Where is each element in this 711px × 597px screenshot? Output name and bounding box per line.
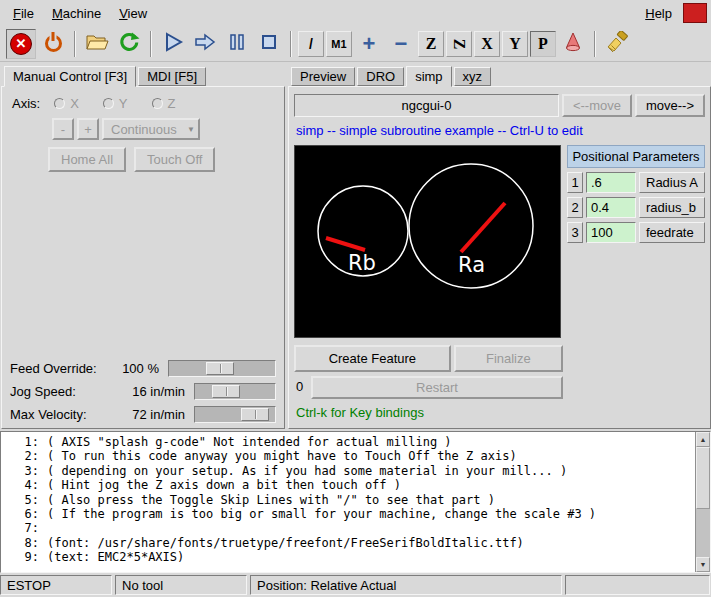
open-file-button[interactable]	[82, 29, 112, 59]
run-program-button[interactable]	[158, 29, 188, 59]
view-perspective-button[interactable]: P	[530, 31, 556, 57]
pause-button[interactable]	[222, 29, 252, 59]
clear-plot-button[interactable]	[602, 29, 632, 59]
menu-machine[interactable]: Machine	[43, 3, 110, 24]
reload-file-button[interactable]	[114, 29, 144, 59]
jog-minus-button[interactable]: -	[52, 118, 74, 140]
subroutine-description: simp -- simple subroutine example -- Ctr…	[296, 123, 703, 138]
view-top-button[interactable]: Z	[418, 31, 444, 57]
scrollbar-thumb[interactable]	[696, 447, 710, 509]
feed-override-label: Feed Override:	[10, 361, 97, 376]
tab-xyz[interactable]: xyz	[454, 67, 492, 86]
step-line-button[interactable]	[190, 29, 220, 59]
main-area: Manual Control [F3] MDI [F5] Axis: X Y	[0, 62, 711, 431]
pause-icon	[226, 31, 248, 56]
radio-circle-icon	[152, 98, 163, 109]
rotate-cone-icon	[562, 31, 584, 56]
jog-row: - + Continuous ▼	[4, 116, 282, 142]
view-rotated-top-button[interactable]: Z	[446, 31, 472, 57]
scrollbar-track[interactable]	[696, 447, 710, 557]
tab-dro[interactable]: DRO	[357, 67, 404, 86]
scrollbar-up-arrow[interactable]: ▲	[696, 432, 710, 447]
tool-status: No tool	[115, 575, 247, 595]
machine-power-button[interactable]	[38, 29, 68, 59]
axis-x-label: X	[70, 96, 79, 111]
param-1-name: Radius A	[639, 172, 705, 193]
open-folder-icon	[85, 32, 109, 55]
menu-help[interactable]: Help	[636, 3, 681, 24]
estop-button[interactable]: ✕	[6, 29, 36, 59]
jog-speed-slider[interactable]	[194, 383, 276, 400]
preview-notebook: Preview DRO simp xyz ngcgui-0 <--move mo…	[288, 63, 711, 429]
toolbar-separator	[594, 31, 596, 57]
toggle-skip-lines-button[interactable]: /	[298, 31, 324, 57]
param-2-index: 2	[567, 197, 583, 218]
tab-preview[interactable]: Preview	[291, 67, 355, 86]
ngcgui-header-row: ngcgui-0 <--move move-->	[294, 94, 705, 117]
axis-x-radio[interactable]: X	[54, 96, 79, 111]
axis-y-radio[interactable]: Y	[103, 96, 128, 111]
finalize-button[interactable]: Finalize	[454, 345, 563, 372]
gcode-line: 4:( Hint jog the Z axis down a bit then …	[1, 478, 695, 492]
tab-mdi[interactable]: MDI [F5]	[138, 67, 206, 86]
touch-off-button[interactable]: Touch Off	[134, 147, 215, 172]
jog-mode-dropdown[interactable]: Continuous ▼	[102, 118, 200, 140]
tab-manual-control[interactable]: Manual Control [F3]	[4, 66, 136, 87]
param-3-name: feedrate	[639, 222, 705, 243]
view-front-button[interactable]: Y	[502, 31, 528, 57]
feature-count: 0	[294, 376, 308, 399]
reload-icon	[118, 31, 140, 56]
feed-override-handle[interactable]	[206, 362, 234, 375]
manual-control-panel: Axis: X Y Z - +	[1, 86, 285, 429]
param-2-name: radius_b	[639, 197, 705, 218]
power-icon	[45, 35, 62, 52]
max-velocity-value: 72 in/min	[132, 407, 194, 422]
chevron-down-icon: ▼	[187, 125, 195, 134]
rotate-view-button[interactable]	[558, 29, 588, 59]
status-filler	[565, 575, 710, 595]
move-left-button[interactable]: <--move	[562, 94, 632, 117]
zoom-out-button[interactable]: −	[386, 29, 416, 59]
jog-speed-row: Jog Speed: 16 in/min	[4, 380, 282, 403]
window-close-button[interactable]	[683, 3, 707, 23]
gcode-listing[interactable]: 1:( AXIS "splash g-code" Not intended fo…	[1, 432, 695, 572]
axis-z-radio[interactable]: Z	[152, 96, 176, 111]
param-1-entry[interactable]	[586, 172, 636, 193]
menu-file[interactable]: File	[4, 3, 43, 24]
jog-speed-label: Jog Speed:	[10, 384, 76, 399]
ngcgui-action-row: Create Feature Finalize	[294, 345, 563, 372]
jog-speed-value: 16 in/min	[132, 384, 194, 399]
ngcgui-name-entry[interactable]: ngcgui-0	[294, 94, 559, 117]
toggle-optional-pause-button[interactable]: M1	[326, 31, 352, 57]
gcode-line: 1:( AXIS "splash g-code" Not intended fo…	[1, 435, 695, 449]
max-velocity-slider[interactable]	[194, 406, 276, 423]
view-side-button[interactable]: X	[474, 31, 500, 57]
radius-a-canvas-label: Ra	[458, 253, 485, 277]
max-velocity-handle[interactable]	[241, 408, 269, 421]
menu-view[interactable]: View	[110, 3, 156, 24]
gcode-line: 2:( To run this code anyway you might ha…	[1, 449, 695, 463]
param-2-entry[interactable]	[586, 197, 636, 218]
step-arrow-icon	[193, 31, 217, 56]
create-feature-button[interactable]: Create Feature	[294, 345, 451, 372]
move-right-button[interactable]: move-->	[635, 94, 705, 117]
scrollbar-down-arrow[interactable]: ▼	[696, 557, 710, 572]
tab-simp[interactable]: simp	[406, 66, 451, 87]
subroutine-preview-canvas[interactable]: Rb Ra	[294, 145, 561, 338]
gcode-line: 8:(font: /usr/share/fonts/truetype/freef…	[1, 536, 695, 550]
stop-button[interactable]	[254, 29, 284, 59]
restart-button[interactable]: Restart	[311, 376, 563, 399]
gcode-scrollbar[interactable]: ▲ ▼	[695, 432, 710, 572]
gcode-line: 9:(text: EMC2*5*AXIS)	[1, 550, 695, 564]
home-all-button[interactable]: Home All	[48, 147, 126, 172]
jog-speed-handle[interactable]	[212, 385, 240, 398]
jog-plus-button[interactable]: +	[77, 118, 99, 140]
feed-override-slider[interactable]	[168, 360, 276, 377]
zoom-in-button[interactable]: +	[354, 29, 384, 59]
param-1-index: 1	[567, 172, 583, 193]
clear-brush-icon	[605, 31, 629, 56]
manual-notebook-tabs: Manual Control [F3] MDI [F5]	[1, 63, 285, 86]
gcode-line: 6:( If the program is too big or small f…	[1, 507, 695, 521]
preview-drawing: Rb Ra	[295, 146, 560, 337]
param-3-entry[interactable]	[586, 222, 636, 243]
